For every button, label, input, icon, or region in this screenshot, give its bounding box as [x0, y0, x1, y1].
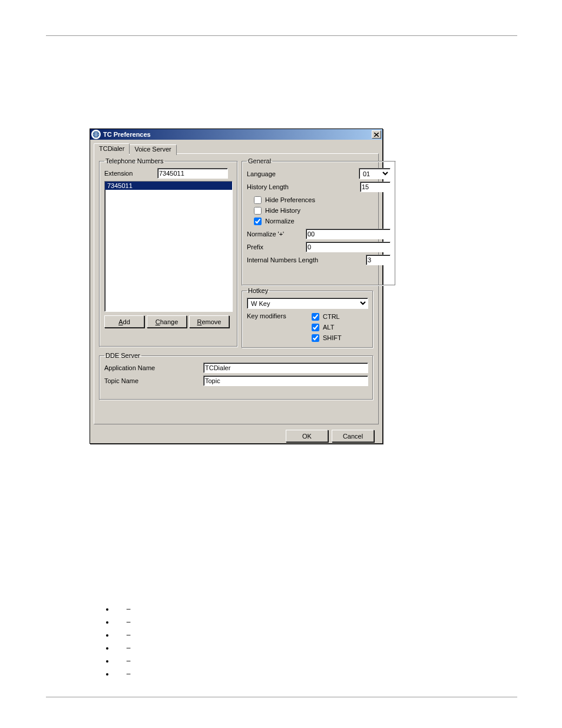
alt-label: ALT	[323, 324, 334, 331]
list-item: –	[114, 628, 140, 641]
normalize-plus-input[interactable]	[306, 229, 391, 239]
language-select[interactable]: 01	[359, 168, 391, 179]
close-button[interactable]	[372, 130, 381, 139]
app-icon	[91, 130, 101, 139]
tab-panel-tcdialer: Telephone Numbers Extension 7345011 Add …	[94, 153, 379, 424]
dde-server-legend: DDE Server	[104, 352, 141, 359]
key-modifiers-label: Key modifiers	[247, 311, 312, 319]
dde-server-group: DDE Server Application Name Topic Name	[99, 352, 373, 400]
history-length-input[interactable]	[360, 182, 391, 192]
general-group: General Language 01 History Length Hide …	[242, 157, 396, 286]
tabs: TCDialer Voice Server	[94, 143, 379, 154]
list-item: –	[114, 654, 140, 667]
extension-input[interactable]	[157, 168, 228, 179]
application-name-input[interactable]	[203, 363, 368, 373]
hotkey-legend: Hotkey	[247, 287, 269, 294]
dialog-body: TCDialer Voice Server Telephone Numbers …	[90, 140, 382, 450]
list-item: –	[114, 615, 140, 628]
tc-preferences-dialog: TC Preferences TCDialer Voice Server Tel…	[90, 129, 383, 444]
window-title: TC Preferences	[103, 131, 371, 138]
hotkey-select[interactable]: W Key	[247, 298, 368, 309]
history-length-label: History Length	[247, 183, 360, 190]
ctrl-checkbox[interactable]	[312, 313, 319, 321]
hide-preferences-label: Hide Preferences	[265, 196, 315, 203]
shift-label: SHIFT	[323, 334, 342, 341]
change-button[interactable]: Change	[147, 315, 187, 328]
tab-voice-server[interactable]: Voice Server	[129, 144, 176, 155]
list-item: –	[114, 641, 140, 654]
hide-preferences-checkbox[interactable]	[254, 196, 262, 204]
list-item: –	[114, 667, 140, 680]
application-name-label: Application Name	[104, 364, 203, 371]
telephone-numbers-group: Telephone Numbers Extension 7345011 Add …	[99, 157, 238, 347]
titlebar: TC Preferences	[90, 129, 382, 140]
extension-label: Extension	[104, 170, 157, 177]
hide-history-label: Hide History	[265, 207, 300, 214]
hotkey-group: Hotkey W Key Key modifiers CTRL ALT SHIF…	[242, 287, 373, 348]
shift-checkbox[interactable]	[312, 334, 319, 342]
language-label: Language	[247, 170, 359, 177]
document-bullets: – – – – – –	[77, 602, 140, 680]
alt-checkbox[interactable]	[312, 324, 319, 331]
normalize-plus-label: Normalize '+'	[247, 230, 306, 238]
remove-button[interactable]: Remove	[189, 315, 229, 328]
hide-history-checkbox[interactable]	[254, 207, 262, 215]
telephone-numbers-legend: Telephone Numbers	[104, 157, 164, 164]
ok-button[interactable]: OK	[286, 430, 328, 442]
topic-name-label: Topic Name	[104, 377, 203, 384]
normalize-label: Normalize	[265, 218, 295, 225]
internal-length-input[interactable]	[366, 255, 391, 265]
tab-tcdialer[interactable]: TCDialer	[94, 143, 130, 154]
add-button[interactable]: Add	[104, 315, 144, 328]
internal-length-label: Internal Numbers Length	[247, 256, 366, 263]
normalize-checkbox[interactable]	[254, 218, 262, 225]
ctrl-label: CTRL	[323, 313, 340, 320]
list-item: –	[114, 602, 140, 615]
topic-name-input[interactable]	[203, 375, 368, 386]
list-item[interactable]: 7345011	[105, 182, 232, 190]
prefix-label: Prefix	[247, 243, 306, 251]
general-legend: General	[247, 157, 272, 164]
prefix-input[interactable]	[306, 242, 391, 252]
cancel-button[interactable]: Cancel	[332, 430, 374, 442]
extension-listbox[interactable]: 7345011	[104, 181, 233, 312]
